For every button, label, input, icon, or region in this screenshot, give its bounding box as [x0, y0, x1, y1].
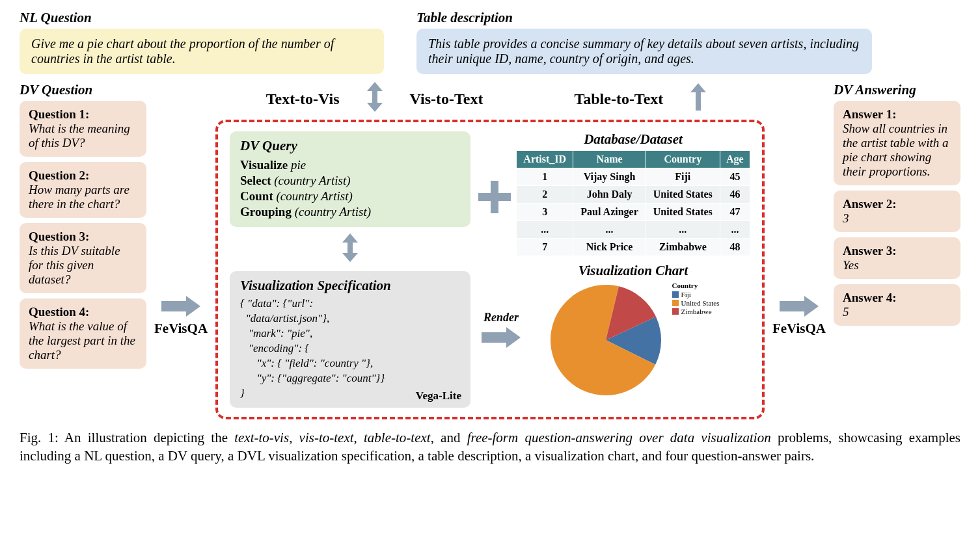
query-line: Select (country Artist): [240, 174, 460, 188]
db-cell: ...: [517, 221, 573, 239]
top-row: NL Question Give me a pie chart about th…: [20, 10, 960, 74]
question-box-4: Question 4: What is the value of the lar…: [20, 298, 146, 369]
question-text: What is the meaning of this DV?: [29, 122, 137, 150]
fevisqa-arrow-right: FeVisQA: [772, 212, 826, 419]
db-header-cell: Country: [646, 151, 720, 168]
db-cell: 46: [720, 186, 750, 204]
db-cell: 48: [720, 239, 750, 256]
figure-caption: Fig. 1: An illustration depicting the te…: [20, 429, 960, 466]
answer-text: Show all countries in the artist table w…: [843, 122, 951, 179]
arrow-right-icon: [482, 326, 521, 349]
question-text: What is the value of the largest part in…: [29, 319, 137, 362]
answer-title: Answer 1:: [843, 107, 951, 122]
svg-marker-3: [342, 233, 358, 262]
task-table-to-text: Table-to-Text: [574, 90, 663, 108]
dv-answering-label: DV Answering: [834, 82, 960, 98]
tasks-row: Text-to-Vis Vis-to-Text Table-to-Text: [215, 82, 765, 116]
question-title: Question 2:: [29, 168, 137, 183]
plus-icon: [478, 181, 511, 216]
dv-query-header: DV Query: [240, 138, 460, 154]
frame-left: DV Query Visualize pie Select (country A…: [230, 131, 470, 408]
center-column: Text-to-Vis Vis-to-Text Table-to-Text DV…: [215, 82, 765, 419]
fevisqa-label: FeVisQA: [154, 321, 208, 337]
arrow-right-icon: [780, 295, 819, 318]
dv-query-box: DV Query Visualize pie Select (country A…: [230, 131, 470, 227]
db-cell: 7: [517, 239, 573, 256]
vega-label: Vega-Lite: [416, 389, 461, 402]
db-cell: ...: [646, 221, 720, 239]
question-title: Question 4:: [29, 305, 137, 319]
db-cell: 2: [517, 186, 573, 204]
answer-box-4: Answer 4: 5: [834, 284, 960, 326]
chart-header: Visualization Chart: [516, 263, 750, 279]
answer-text: Yes: [843, 258, 951, 272]
db-header-cell: Artist_ID: [517, 151, 573, 168]
updown-arrow-icon: [366, 82, 384, 116]
arrow-right-icon: [161, 295, 200, 318]
query-line: Visualize pie: [240, 158, 460, 172]
db-cell: John Daly: [573, 186, 646, 204]
answer-box-3: Answer 3: Yes: [834, 237, 960, 279]
answer-text: 5: [843, 305, 951, 319]
db-cell: Paul Azinger: [573, 204, 646, 221]
answer-title: Answer 4:: [843, 291, 951, 305]
question-box-3: Question 3: Is this DV suitable for this…: [20, 223, 146, 293]
vis-spec-code: { "data": {"url": "data/artist.json"}, "…: [240, 297, 460, 401]
center-dashed-frame: DV Query Visualize pie Select (country A…: [215, 120, 765, 419]
pie-legend: Country FijiUnited StatesZimbabwe: [672, 282, 720, 316]
question-box-1: Question 1: What is the meaning of this …: [20, 101, 146, 157]
db-header-cell: Name: [573, 151, 646, 168]
db-cell: 3: [517, 204, 573, 221]
dv-question-label: DV Question: [20, 82, 146, 98]
db-cell: United States: [646, 204, 720, 221]
dv-question-column: DV Question Question 1: What is the mean…: [20, 82, 146, 419]
svg-marker-1: [367, 82, 383, 112]
nl-question-box: Give me a pie chart about the proportion…: [20, 29, 384, 74]
task-vis-to-text: Vis-to-Text: [410, 90, 483, 108]
db-cell: Zimbabwe: [646, 239, 720, 256]
answer-box-1: Answer 1: Show all countries in the arti…: [834, 101, 960, 185]
pie-chart: [547, 282, 664, 399]
vis-spec-box: Visualization Specification { "data": {"…: [230, 271, 470, 408]
main-diagram: DV Question Question 1: What is the mean…: [20, 82, 960, 419]
table-desc-box: This table provides a concise summary of…: [416, 29, 872, 74]
db-header-cell: Age: [720, 151, 750, 168]
db-cell: 47: [720, 204, 750, 221]
question-text: How many parts are there in the chart?: [29, 183, 137, 211]
db-cell: Fiji: [646, 168, 720, 186]
svg-marker-0: [161, 296, 200, 317]
vis-spec-header: Visualization Specification: [240, 278, 460, 294]
legend-title: Country: [672, 282, 720, 289]
fevisqa-arrow-left: FeVisQA: [154, 212, 208, 419]
fevisqa-label: FeVisQA: [772, 321, 826, 337]
svg-marker-6: [482, 327, 521, 348]
dv-answering-column: DV Answering Answer 1: Show all countrie…: [834, 82, 960, 419]
up-arrow-icon: [689, 83, 707, 114]
question-text: Is this DV suitable for this given datas…: [29, 244, 137, 287]
table-desc-label: Table description: [416, 10, 960, 26]
updown-arrow-icon: [230, 233, 470, 265]
db-cell: 1: [517, 168, 573, 186]
answer-title: Answer 3:: [843, 244, 951, 258]
question-title: Question 1:: [29, 107, 137, 122]
query-line: Grouping (country Artist): [240, 205, 460, 219]
db-cell: ...: [720, 221, 750, 239]
question-title: Question 3:: [29, 230, 137, 244]
svg-marker-7: [780, 296, 819, 317]
answer-text: 3: [843, 211, 951, 226]
db-header: Database/Dataset: [516, 131, 750, 148]
db-cell: United States: [646, 186, 720, 204]
svg-marker-2: [690, 83, 706, 111]
legend-item: Fiji: [672, 291, 720, 298]
svg-rect-5: [478, 193, 511, 201]
db-cell: 45: [720, 168, 750, 186]
answer-title: Answer 2:: [843, 197, 951, 211]
legend-item: Zimbabwe: [672, 308, 720, 315]
visualization-chart: Country FijiUnited StatesZimbabwe: [516, 282, 750, 399]
frame-right: Database/Dataset Artist_ID Name Country …: [516, 131, 750, 408]
task-text-to-vis: Text-to-Vis: [266, 90, 340, 108]
query-line: Count (country Artist): [240, 189, 460, 204]
answer-box-2: Answer 2: 3: [834, 191, 960, 232]
nl-question-label: NL Question: [20, 10, 397, 26]
db-cell: Vijay Singh: [573, 168, 646, 186]
